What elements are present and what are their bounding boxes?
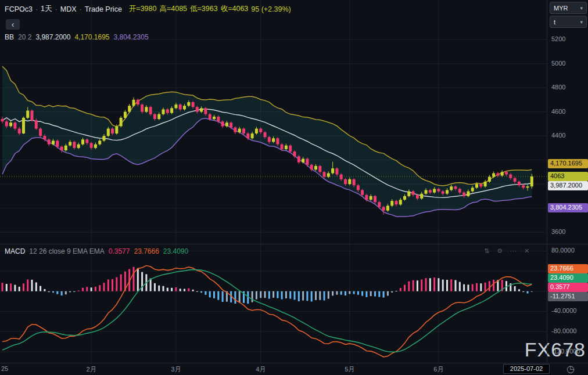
reorder-icon[interactable]: ⇅ [484,247,489,255]
unit-value: t [554,19,555,26]
macd-value-label: 23.7666 [548,264,588,273]
low-value: 低=3963 [190,4,218,14]
bb-basis-price-label: 3,987.2000 [548,181,588,190]
unit-dropdown[interactable]: t ▾ [550,16,587,28]
date-label: 2025-07-02 [503,364,550,374]
bb-indicator-header[interactable]: BB 20 2 3,987.2000 4,170.1695 3,804.2305 [5,33,149,41]
macd-signal-line [2,269,532,352]
bb-params: 20 2 [18,33,31,41]
settings-icon[interactable]: ⚙ [497,247,503,255]
separator-dot: · [35,5,38,13]
clock-icon[interactable]: ◷ [565,363,576,375]
macd-grid [0,244,547,363]
macd-tick: 80.0000 [551,247,575,254]
high-value: 高=4085 [159,4,187,14]
symbol-header: FCPOc3 · 1天 · MDX · Trade Price 开=3980 高… [5,4,291,14]
time-tick: 25 [1,365,8,372]
time-tick: 2月 [87,365,96,374]
back-arrow-icon: ‹ [12,20,15,29]
price-tick: 3600 [551,228,565,235]
currency-value: MYR [554,5,568,12]
bb-upper-value: 4,170.1695 [74,33,109,41]
more-icon[interactable]: ⋯ [510,247,517,255]
extra-value-label: -11.2751 [548,292,588,301]
currency-dropdown[interactable]: MYR ▾ [550,2,587,14]
macd-signal-value: 23.4090 [163,247,188,255]
price-tick: 4400 [551,132,565,139]
bb-lower-value: 3,804.2305 [114,33,149,41]
macd-tick: -120.0000 [551,348,580,355]
price-axis-scale[interactable]: MYR ▾ t ▾ 5200500048004600440036004,170.… [547,0,588,363]
chevron-down-icon: ▾ [580,19,583,25]
separator-dot: · [80,5,82,13]
price-tick: 4800 [551,84,565,91]
bb-basis-value: 3,987.2000 [35,33,70,41]
macd-params: 12 26 close 9 EMA EMA [29,247,104,255]
close-value: 收=4063 [221,4,249,14]
hist-value-label: 0.3577 [548,283,588,292]
pane-separator[interactable] [0,244,588,244]
time-tick: 6月 [433,365,443,374]
macd-hist-value: 0.3577 [109,247,130,255]
time-tick: 3月 [171,365,181,374]
price-tick: 5000 [551,60,565,67]
time-tick: 5月 [345,365,354,374]
macd-indicator-header[interactable]: MACD 12 26 close 9 EMA EMA 0.3577 23.766… [5,247,188,255]
chevron-down-icon: ▾ [580,5,583,11]
price-tick: 5200 [551,35,565,42]
macd-pane[interactable] [0,244,547,363]
bb-lower-price-label: 3,804.2305 [548,203,588,212]
macd-histogram [2,267,533,304]
price-tick: 4600 [551,108,565,115]
series-type-label: Trade Price [85,5,122,13]
change-value: 95 (+2.39%) [251,5,291,13]
back-button[interactable]: ‹ [6,19,20,30]
exchange-label: MDX [60,5,77,13]
last-price-label: 4063 [548,172,588,181]
time-tick: 4月 [256,365,266,374]
macd-tick: -80.0000 [551,327,576,334]
separator-dot: · [55,5,58,13]
close-icon[interactable]: ✕ [524,247,529,255]
macd-name: MACD [5,247,25,255]
signal-value-label: 23.4090 [548,273,588,283]
interval-label[interactable]: 1天 [41,4,52,14]
bb-name: BB [5,33,14,41]
open-value: 开=3980 [129,4,157,14]
symbol-name[interactable]: FCPOc3 [5,5,33,13]
time-axis-scale[interactable]: 2025-07-02 ◷ 252月3月4月5月6月 [0,363,588,375]
indicator-toolbar: ⇅⚙⋯✕ [484,247,529,255]
macd-line-value: 23.7666 [134,247,159,255]
trading-chart-app: FCPOc3 · 1天 · MDX · Trade Price 开=3980 高… [0,0,588,375]
bb-upper-price-label: 4,170.1695 [548,159,588,168]
macd-tick: -40.0000 [551,307,576,314]
